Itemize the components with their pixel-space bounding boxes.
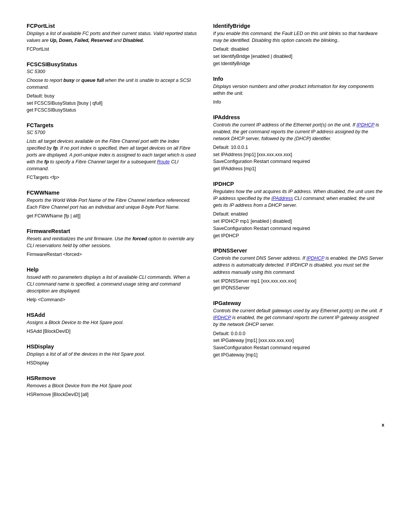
section-ipaddress: IPAddress Controls the current IP addres… [213, 114, 384, 173]
hsremove-title: HSRemove [27, 375, 198, 381]
hsdisplay-desc: Displays a list of all of the devices in… [27, 351, 198, 358]
hsdisplay-title: HSDisplay [27, 343, 198, 350]
section-ipdhcp: IPDHCP Regulates how the unit acquires i… [213, 181, 384, 239]
help-desc: Issued with no parameters displays a lis… [27, 274, 198, 294]
hsremove-code: HSRemove [BlockDevID] [all] [27, 391, 198, 398]
fcwwname-desc: Reports the World Wide Port Name of the … [27, 197, 198, 211]
ipdnsserver-title: IPDNSServer [213, 248, 384, 254]
fcscsibusystatus-title: FCSCSIBusyStatus [27, 61, 198, 67]
fcwwname-code: get FCWWName [fp | all]] [27, 212, 198, 220]
hsadd-code: HSAdd [BlockDevID] [27, 328, 198, 335]
section-firmwarerestart: FirmwareRestart Resets and reinitializes… [27, 228, 198, 258]
ipaddress-code: Default: 10.0.0.1 set IPAddress [mp1] [x… [213, 144, 384, 173]
ipdhcp-desc: Regulates how the unit acquires its IP a… [213, 188, 384, 209]
fcportlist-title: FCPortList [27, 23, 198, 29]
fcwwname-title: FCWWName [27, 190, 198, 196]
firmwarerestart-desc: Resets and reinitializes the unit firmwa… [27, 235, 198, 249]
right-column: IdentifyBridge If you enable this comman… [213, 23, 384, 407]
ipgateway-desc: Controls the current default gateways us… [213, 307, 384, 328]
help-title: Help [27, 267, 198, 273]
fcscsibusystatus-subtitle: SC 5300 [27, 69, 198, 75]
ipdnsserver-desc: Controls the current DNS Server address.… [213, 255, 384, 275]
fctargets-title: FCTargets [27, 122, 198, 128]
fcscsibusystatus-desc: Choose to report busy or queue full when… [27, 77, 198, 91]
hsremove-desc: Removes a Block Device from the Hot Spar… [27, 382, 198, 389]
section-fctargets: FCTargets SC 5700 Lists all target devic… [27, 122, 198, 181]
page-marker: x [382, 422, 384, 428]
info-title: Info [213, 76, 384, 82]
fctargets-desc: Lists all target devices available on th… [27, 138, 198, 173]
ipdhcp-link-ipaddress[interactable]: IPDHCP [357, 122, 374, 128]
ipdhcp-title: IPDHCP [213, 181, 384, 187]
left-column: FCPortList Displays a list of available … [27, 23, 198, 407]
ipdhcp-code: Default: enabled set IPDHCP mp1 [enabled… [213, 211, 384, 239]
identifybridge-code: Default: disabled set IdentifyBridge [en… [213, 46, 384, 67]
ipaddress-link-ipdhcp[interactable]: IPAddress [271, 196, 293, 201]
fctargets-subtitle: SC 5700 [27, 129, 198, 136]
ipdnsserver-code: set IPDNSServer mp1 [xxx.xxx.xxx.xxx] ge… [213, 278, 384, 292]
firmwarerestart-code: FirmwareRestart <forced> [27, 251, 198, 258]
help-code: Help <Command> [27, 296, 198, 304]
section-hsadd: HSAdd Assigns a Block Device to the Hot … [27, 312, 198, 335]
section-ipgateway: IPGateway Controls the current default g… [213, 300, 384, 358]
info-desc: Displays version numbers and other produ… [213, 83, 384, 97]
ipaddress-desc: Controls the current IP address of the E… [213, 121, 384, 142]
section-hsdisplay: HSDisplay Displays a list of all of the … [27, 343, 198, 367]
section-hsremove: HSRemove Removes a Block Device from the… [27, 375, 198, 398]
section-fcwwname: FCWWName Reports the World Wide Port Nam… [27, 190, 198, 220]
firmwarerestart-title: FirmwareRestart [27, 228, 198, 234]
ipaddress-title: IPAddress [213, 114, 384, 120]
hsadd-desc: Assigns a Block Device to the Hot Spare … [27, 319, 198, 326]
page-content: FCPortList Displays a list of available … [27, 23, 384, 407]
fcscsibusystatus-code: Default: busy set FCSCSIBusyStatus [busy… [27, 93, 198, 114]
section-identifybridge: IdentifyBridge If you enable this comman… [213, 23, 384, 67]
identifybridge-desc: If you enable this command, the Fault LE… [213, 30, 384, 44]
hsdisplay-code: HSDisplay [27, 359, 198, 367]
section-fcscsibusystatus: FCSCSIBusyStatus SC 5300 Choose to repor… [27, 61, 198, 114]
section-ipdnsserver: IPDNSServer Controls the current DNS Ser… [213, 248, 384, 292]
info-code: Info [213, 99, 384, 106]
fcportlist-desc: Displays a list of available FC ports an… [27, 30, 198, 44]
section-info: Info Displays version numbers and other … [213, 76, 384, 106]
section-help: Help Issued with no parameters displays … [27, 267, 198, 304]
identifybridge-title: IdentifyBridge [213, 23, 384, 29]
ipdhcp-link-ipgateway[interactable]: IPDHCP [213, 315, 231, 320]
ipgateway-title: IPGateway [213, 300, 384, 306]
section-fcportlist: FCPortList Displays a list of available … [27, 23, 198, 53]
ipdhcp-link-ipdns[interactable]: IPDHCP [306, 256, 324, 261]
fcportlist-code: FCPortList [27, 46, 198, 53]
ipgateway-code: Default: 0.0.0.0 set IPGateway [mp1] [xx… [213, 330, 384, 359]
hsadd-title: HSAdd [27, 312, 198, 318]
fctargets-code: FCTargets <fp> [27, 174, 198, 181]
